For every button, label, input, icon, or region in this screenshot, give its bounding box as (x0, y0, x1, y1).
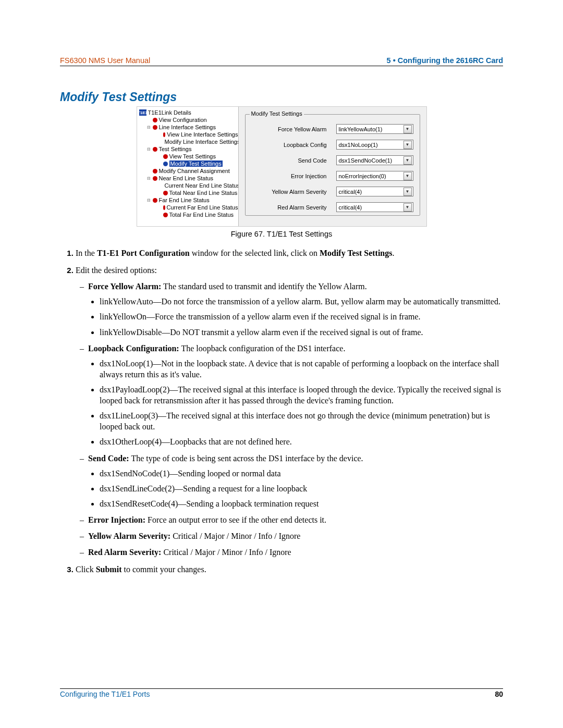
form-label: Error Injection (252, 173, 336, 179)
tree-item-label: Far End Line Status (159, 197, 210, 203)
send-resetCode: dsx1SendResetCode(4)—Sending a loopback … (100, 498, 503, 509)
tree-item-11[interactable]: ⊟Far End Line Status (139, 196, 238, 204)
fya-linkYellowDisable: linkYellowDisable—Do NOT transmit a yell… (100, 327, 503, 338)
form-row-1: Loopback Configdsx1NoLoop(1)▼ (252, 140, 413, 150)
tree-item-label: Current Near End Line Status (165, 182, 239, 189)
tree-item-4[interactable]: ⊟Test Settings (139, 145, 238, 153)
tree-item-label: Current Far End Line Status (167, 204, 238, 211)
chevron-down-icon[interactable]: ▼ (403, 125, 412, 133)
select-send-code[interactable]: dsx1SendNoCode(1)▼ (336, 155, 413, 165)
opt-loopback-config: Loopback Configuration: The loopback con… (88, 343, 503, 448)
tree-item-label: View Configuration (159, 117, 207, 123)
tree-item-label: Modify Line Interface Settings (165, 139, 239, 145)
node-bullet-icon (163, 162, 168, 166)
chevron-down-icon[interactable]: ▼ (403, 172, 412, 180)
figure-caption: Figure 67. T1/E1 Test Settings (60, 230, 503, 238)
select-value: linkYellowAuto(1) (339, 126, 383, 132)
form-label: Send Code (252, 157, 336, 164)
select-force-yellow-alarm[interactable]: linkYellowAuto(1)▼ (336, 124, 413, 134)
chevron-down-icon[interactable]: ▼ (403, 203, 412, 212)
nav-tree: T1E1 T1E1Link Details View Configuration… (137, 107, 239, 226)
node-bullet-icon (153, 118, 157, 122)
modify-test-fieldset: Modify Test Settings Force Yellow Alarml… (245, 114, 420, 216)
tree-item-1[interactable]: ⊟Line Interface Settings (139, 124, 238, 131)
select-value: critical(4) (339, 189, 362, 195)
select-red-alarm-severity[interactable]: critical(4)▼ (336, 202, 413, 212)
tree-item-12[interactable]: Current Far End Line Status (139, 204, 238, 211)
select-value: dsx1NoLoop(1) (339, 142, 378, 148)
tree-item-2[interactable]: View Line Interface Settings (139, 131, 238, 138)
form-row-4: Yellow Alarm Severitycritical(4)▼ (252, 187, 413, 196)
form-panel: Modify Test Settings Force Yellow Alarml… (239, 107, 426, 226)
node-bullet-icon (153, 176, 157, 181)
opt-red-alarm-severity: Red Alarm Severity: Critical / Major / M… (88, 547, 503, 558)
opt-yellow-alarm-severity: Yellow Alarm Severity: Critical / Major … (88, 530, 503, 541)
collapse-icon[interactable]: ⊟ (146, 176, 151, 181)
collapse-icon[interactable]: ⊟ (146, 198, 151, 203)
select-error-injection[interactable]: noErrorInjection(0)▼ (336, 171, 413, 181)
tree-item-3[interactable]: Modify Line Interface Settings (139, 138, 238, 145)
tree-root-label: T1E1Link Details (148, 109, 191, 116)
node-bullet-icon (163, 154, 168, 159)
opt-error-injection: Error Injection: Force an output error t… (88, 514, 503, 525)
tree-item-6[interactable]: Modify Test Settings (139, 160, 238, 167)
opt-force-yellow-alarm: Force Yellow Alarm: The standard used to… (88, 281, 503, 337)
tree-item-label: View Test Settings (169, 153, 216, 159)
tree-item-label: Test Settings (159, 146, 192, 152)
settings-screenshot: T1E1 T1E1Link Details View Configuration… (137, 106, 427, 227)
node-bullet-icon (153, 125, 157, 130)
options-list: Force Yellow Alarm: The standard used to… (76, 281, 503, 558)
opt-send-code: Send Code: The type of code is being sen… (88, 453, 503, 509)
node-bullet-icon (153, 198, 157, 203)
form-label: Loopback Config (252, 142, 336, 148)
select-yellow-alarm-severity[interactable]: critical(4)▼ (336, 187, 413, 196)
section-title: Modify Test Settings (60, 90, 503, 104)
tree-item-label: View Line Interface Settings (167, 131, 238, 138)
header-left: FS6300 NMS User Manual (60, 56, 150, 65)
tree-item-8[interactable]: ⊟Near End Line Status (139, 175, 238, 182)
chevron-down-icon[interactable]: ▼ (403, 141, 412, 149)
tree-item-label: Modify Channel Assignment (159, 168, 230, 174)
send-noCode: dsx1SendNoCode(1)—Sending looped or norm… (100, 468, 503, 479)
form-row-3: Error InjectionnoErrorInjection(0)▼ (252, 171, 413, 181)
form-label: Force Yellow Alarm (252, 126, 336, 132)
loop-lineLoop: dsx1LineLoop(3)—The received signal at t… (100, 410, 503, 432)
node-bullet-icon (163, 213, 168, 217)
footer-left: Configuring the T1/E1 Ports (60, 690, 150, 698)
tree-item-label: Modify Test Settings (169, 161, 223, 167)
header-right: 5 • Configuring the 2616RC Card (387, 56, 503, 65)
node-bullet-icon (163, 205, 165, 210)
select-value: dsx1SendNoCode(1) (339, 157, 393, 164)
form-label: Red Alarm Severity (252, 204, 336, 211)
page-footer: Configuring the T1/E1 Ports 80 (60, 688, 503, 698)
select-loopback-config[interactable]: dsx1NoLoop(1)▼ (336, 140, 413, 150)
fya-linkYellowAuto: linkYellowAuto—Do not force the transmis… (100, 296, 503, 307)
form-label: Yellow Alarm Severity (252, 189, 336, 195)
tree-item-5[interactable]: View Test Settings (139, 153, 238, 160)
page-header: FS6300 NMS User Manual 5 • Configuring t… (60, 56, 503, 66)
tree-item-7[interactable]: Modify Channel Assignment (139, 167, 238, 175)
collapse-icon[interactable]: ⊟ (146, 147, 151, 152)
step-1: In the T1-E1 Port Configuration window f… (76, 248, 503, 258)
select-value: noErrorInjection(0) (339, 173, 386, 179)
select-value: critical(4) (339, 204, 362, 211)
loop-payloadLoop: dsx1PayloadLoop(2)—The received signal a… (100, 384, 503, 406)
node-bullet-icon (153, 147, 157, 152)
tree-item-13[interactable]: Total Far End Line Status (139, 211, 238, 218)
tree-item-label: Total Far End Line Status (169, 212, 234, 218)
step-3: Click Submit to commit your changes. (76, 564, 503, 575)
fya-linkYellowOn: linkYellowOn—Force the transmission of a… (100, 311, 503, 322)
tree-root[interactable]: T1E1 T1E1Link Details (139, 109, 238, 116)
collapse-icon[interactable]: ⊟ (146, 125, 151, 130)
form-row-5: Red Alarm Severitycritical(4)▼ (252, 202, 413, 212)
tree-item-9[interactable]: Current Near End Line Status (139, 182, 238, 189)
fieldset-legend: Modify Test Settings (250, 110, 304, 117)
node-bullet-icon (163, 191, 168, 195)
node-bullet-icon (153, 169, 157, 174)
chevron-down-icon[interactable]: ▼ (403, 156, 412, 165)
chevron-down-icon[interactable]: ▼ (403, 188, 412, 196)
tree-item-label: Line Interface Settings (159, 124, 216, 130)
tree-item-0[interactable]: View Configuration (139, 116, 238, 124)
tree-item-10[interactable]: Total Near End Line Status (139, 189, 238, 196)
form-row-2: Send Codedsx1SendNoCode(1)▼ (252, 155, 413, 165)
